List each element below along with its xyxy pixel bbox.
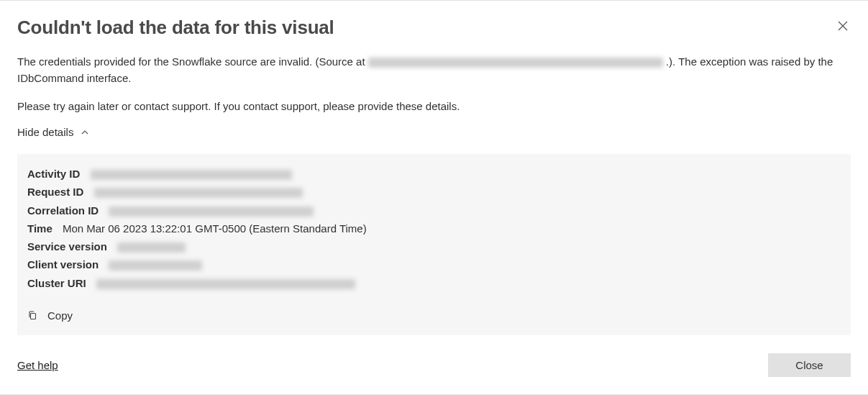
detail-request-id: Request ID xyxy=(27,183,841,200)
cluster-uri-label: Cluster URI xyxy=(27,277,86,289)
detail-client-version: Client version xyxy=(27,256,841,273)
error-message-prefix: The credentials provided for the Snowfla… xyxy=(17,55,368,68)
service-version-value xyxy=(117,242,186,253)
retry-message: Please try again later or contact suppor… xyxy=(17,99,851,115)
service-version-label: Service version xyxy=(27,240,107,253)
client-version-value xyxy=(109,260,202,271)
time-value: Mon Mar 06 2023 13:22:01 GMT-0500 (Easte… xyxy=(63,222,367,235)
dialog-title: Couldn't load the data for this visual xyxy=(17,17,851,39)
time-label: Time xyxy=(27,222,52,235)
detail-cluster-uri: Cluster URI xyxy=(27,275,841,291)
svg-rect-2 xyxy=(31,314,36,319)
client-version-label: Client version xyxy=(27,258,99,271)
detail-activity-id: Activity ID xyxy=(27,165,841,182)
error-dialog: Couldn't load the data for this visual T… xyxy=(0,0,868,395)
request-id-label: Request ID xyxy=(27,186,83,198)
detail-time: Time Mon Mar 06 2023 13:22:01 GMT-0500 (… xyxy=(27,220,841,237)
toggle-details[interactable]: Hide details xyxy=(17,126,89,138)
copy-icon xyxy=(27,310,37,320)
close-button[interactable]: Close xyxy=(768,353,851,377)
get-help-link[interactable]: Get help xyxy=(17,359,58,371)
close-icon[interactable] xyxy=(838,21,848,31)
details-panel: Activity ID Request ID Correlation ID Ti… xyxy=(17,154,851,335)
chevron-up-icon xyxy=(81,128,89,137)
detail-service-version: Service version xyxy=(27,238,841,255)
copy-label: Copy xyxy=(47,307,73,324)
copy-details[interactable]: Copy xyxy=(27,307,73,324)
request-id-value xyxy=(94,188,303,198)
error-message: The credentials provided for the Snowfla… xyxy=(17,53,851,87)
cluster-uri-value xyxy=(96,279,355,289)
correlation-id-value xyxy=(109,206,314,217)
activity-id-value xyxy=(91,170,292,180)
activity-id-label: Activity ID xyxy=(27,168,80,180)
toggle-details-label: Hide details xyxy=(17,126,73,138)
dialog-footer: Get help Close xyxy=(17,353,851,377)
redacted-source xyxy=(368,58,663,68)
correlation-id-label: Correlation ID xyxy=(27,204,99,217)
detail-correlation-id: Correlation ID xyxy=(27,202,841,219)
